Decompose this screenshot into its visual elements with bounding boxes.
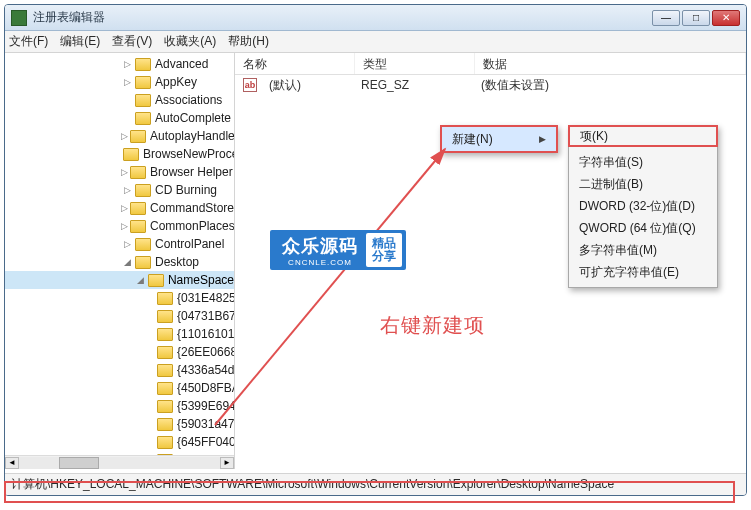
tree-item[interactable]: {04731B67-D bbox=[5, 307, 234, 325]
registry-tree: ▷Advanced▷AppKeyAssociationsAutoComplete… bbox=[5, 53, 234, 469]
menu-view[interactable]: 查看(V) bbox=[112, 33, 152, 50]
tree-label: Browser Helper Ol bbox=[150, 165, 235, 179]
tree-item[interactable]: ▷AppKey bbox=[5, 73, 234, 91]
tree-item[interactable]: BrowseNewProces bbox=[5, 145, 234, 163]
watermark: 众乐源码 CNCNLE.COM 精品 分享 bbox=[270, 230, 406, 270]
tree-label: ControlPanel bbox=[155, 237, 224, 251]
tree-item[interactable]: ▷ControlPanel bbox=[5, 235, 234, 253]
folder-icon bbox=[157, 310, 173, 323]
list-row[interactable]: ab (默认) REG_SZ (数值未设置) bbox=[235, 75, 746, 95]
value-data: (数值未设置) bbox=[473, 77, 557, 94]
tree-item[interactable]: ▷CommandStore bbox=[5, 199, 234, 217]
menu-help[interactable]: 帮助(H) bbox=[228, 33, 269, 50]
folder-icon bbox=[123, 148, 139, 161]
scroll-right-button[interactable]: ► bbox=[220, 457, 234, 469]
tree-twisty[interactable]: ▷ bbox=[121, 131, 128, 141]
tree-label: {5399E694-6 bbox=[177, 399, 235, 413]
title-bar[interactable]: 注册表编辑器 — □ ✕ bbox=[5, 5, 746, 31]
string-value-icon: ab bbox=[243, 78, 257, 92]
folder-icon bbox=[157, 382, 173, 395]
folder-icon bbox=[157, 346, 173, 359]
ctx-item-key[interactable]: 项(K) bbox=[568, 125, 718, 147]
tree-item[interactable]: ◢NameSpace bbox=[5, 271, 234, 289]
tree-label: Advanced bbox=[155, 57, 208, 71]
tree-item[interactable]: {11016101-E bbox=[5, 325, 234, 343]
tree-item[interactable]: {4336a54d-0 bbox=[5, 361, 234, 379]
tree-label: {4336a54d-0 bbox=[177, 363, 235, 377]
tree-twisty[interactable]: ▷ bbox=[121, 221, 128, 231]
tree-twisty[interactable]: ◢ bbox=[121, 257, 133, 267]
tree-twisty[interactable]: ▷ bbox=[121, 185, 133, 195]
folder-icon bbox=[135, 238, 151, 251]
close-button[interactable]: ✕ bbox=[712, 10, 740, 26]
ctx-item-binary[interactable]: 二进制值(B) bbox=[569, 173, 717, 195]
tree-label: {031E4825-7 bbox=[177, 291, 235, 305]
tree-item[interactable]: Associations bbox=[5, 91, 234, 109]
ctx-item-new[interactable]: 新建(N) ▶ bbox=[442, 127, 556, 151]
tree-twisty[interactable]: ◢ bbox=[135, 275, 146, 285]
watermark-side: 精品 分享 bbox=[366, 233, 402, 267]
window-controls: — □ ✕ bbox=[652, 10, 740, 26]
tree-label: {450D8FBA- bbox=[177, 381, 235, 395]
ctx-item-qword[interactable]: QWORD (64 位)值(Q) bbox=[569, 217, 717, 239]
tree-item[interactable]: ◢Desktop bbox=[5, 253, 234, 271]
scroll-left-button[interactable]: ◄ bbox=[5, 457, 19, 469]
folder-icon bbox=[135, 76, 151, 89]
tree-twisty[interactable]: ▷ bbox=[121, 203, 128, 213]
tree-item[interactable]: ▷CommonPlaces bbox=[5, 217, 234, 235]
maximize-button[interactable]: □ bbox=[682, 10, 710, 26]
window-title: 注册表编辑器 bbox=[33, 9, 652, 26]
folder-icon bbox=[130, 202, 146, 215]
app-icon bbox=[11, 10, 27, 26]
tree-twisty[interactable]: ▷ bbox=[121, 59, 133, 69]
folder-icon bbox=[157, 400, 173, 413]
tree-twisty[interactable]: ▷ bbox=[121, 239, 133, 249]
tree-label: {59031a47-3 bbox=[177, 417, 235, 431]
folder-icon bbox=[135, 58, 151, 71]
ctx-item-dword[interactable]: DWORD (32-位)值(D) bbox=[569, 195, 717, 217]
status-bar: 计算机\HKEY_LOCAL_MACHINE\SOFTWARE\Microsof… bbox=[5, 473, 746, 495]
folder-icon bbox=[130, 166, 146, 179]
ctx-item-multistring[interactable]: 多字符串值(M) bbox=[569, 239, 717, 261]
tree-label: {645FF040-5 bbox=[177, 435, 235, 449]
value-name: (默认) bbox=[261, 77, 353, 94]
scroll-track[interactable] bbox=[19, 457, 220, 469]
tree-item[interactable]: {450D8FBA- bbox=[5, 379, 234, 397]
tree-item[interactable]: {26EE0668-A bbox=[5, 343, 234, 361]
col-name[interactable]: 名称 bbox=[235, 53, 355, 74]
menu-file[interactable]: 文件(F) bbox=[9, 33, 48, 50]
tree-pane[interactable]: ▷Advanced▷AppKeyAssociationsAutoComplete… bbox=[5, 53, 235, 469]
ctx-item-new-label: 新建(N) bbox=[452, 131, 493, 148]
ctx-item-expandstring[interactable]: 可扩充字符串值(E) bbox=[569, 261, 717, 283]
annotation-text: 右键新建项 bbox=[380, 312, 485, 339]
folder-icon bbox=[157, 436, 173, 449]
tree-item[interactable]: {645FF040-5 bbox=[5, 433, 234, 451]
tree-item[interactable]: AutoComplete bbox=[5, 109, 234, 127]
folder-icon bbox=[157, 418, 173, 431]
tree-label: {04731B67-D bbox=[177, 309, 235, 323]
context-menu-new[interactable]: 新建(N) ▶ bbox=[440, 125, 558, 153]
tree-item[interactable]: {59031a47-3 bbox=[5, 415, 234, 433]
col-data[interactable]: 数据 bbox=[475, 53, 746, 74]
tree-item[interactable]: ▷Browser Helper Ol bbox=[5, 163, 234, 181]
ctx-item-string[interactable]: 字符串值(S) bbox=[569, 151, 717, 173]
tree-label: BrowseNewProces bbox=[143, 147, 235, 161]
context-submenu-new[interactable]: 项(K) 字符串值(S) 二进制值(B) DWORD (32-位)值(D) QW… bbox=[568, 125, 718, 288]
menu-favorites[interactable]: 收藏夹(A) bbox=[164, 33, 216, 50]
menu-edit[interactable]: 编辑(E) bbox=[60, 33, 100, 50]
tree-item[interactable]: {5399E694-6 bbox=[5, 397, 234, 415]
tree-item[interactable]: ▷Advanced bbox=[5, 55, 234, 73]
tree-item[interactable]: {031E4825-7 bbox=[5, 289, 234, 307]
tree-twisty[interactable]: ▷ bbox=[121, 77, 133, 87]
tree-item[interactable]: ▷CD Burning bbox=[5, 181, 234, 199]
col-type[interactable]: 类型 bbox=[355, 53, 475, 74]
scroll-thumb[interactable] bbox=[59, 457, 99, 469]
tree-item[interactable]: ▷AutoplayHandlers bbox=[5, 127, 234, 145]
folder-icon bbox=[135, 256, 151, 269]
tree-label: Desktop bbox=[155, 255, 199, 269]
tree-label: Associations bbox=[155, 93, 222, 107]
minimize-button[interactable]: — bbox=[652, 10, 680, 26]
tree-hscrollbar[interactable]: ◄ ► bbox=[5, 455, 234, 469]
tree-twisty[interactable]: ▷ bbox=[121, 167, 128, 177]
tree-label: AppKey bbox=[155, 75, 197, 89]
